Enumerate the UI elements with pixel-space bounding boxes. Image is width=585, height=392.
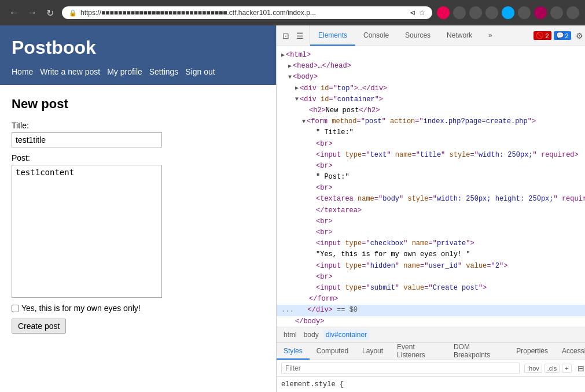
title-label: Title:: [12, 121, 264, 130]
html-line: </body>: [277, 316, 585, 327]
copy-styles-icon[interactable]: ⊟: [576, 363, 585, 374]
html-line: <input type="checkbox" name="private">: [277, 238, 585, 249]
html-line: <input type="text" name="title" style="w…: [277, 150, 585, 161]
html-line: ▶<html>: [277, 50, 585, 61]
tab-event-listeners[interactable]: Event Listeners: [390, 343, 447, 360]
html-line: <input type="hidden" name="user_id" valu…: [277, 261, 585, 272]
devtools-panel: ⊡ ☰ Elements Console Sources Network » 🚫…: [276, 25, 585, 392]
styles-panel: element.style {: [277, 377, 585, 392]
address-text: https://■■■■■■■■■■■■■■■■■■■■■■■■■■■■■■.c…: [80, 9, 406, 17]
html-line: ▶<div id="top">…</div>: [277, 83, 585, 94]
html-line: <textarea name="body" style="width: 250p…: [277, 194, 585, 205]
error-badge: 🚫 2: [534, 31, 551, 40]
page-content: New post Title: Post: test1content Yes, …: [0, 85, 276, 345]
tab-console[interactable]: Console: [355, 25, 397, 46]
avatar-7[interactable]: [534, 6, 547, 19]
tab-network[interactable]: Network: [439, 25, 480, 46]
main-area: Postbook Home Write a new post My profil…: [0, 25, 585, 392]
html-line: <br>: [277, 216, 585, 227]
html-line: <br>: [277, 272, 585, 283]
html-line: <br>: [277, 227, 585, 238]
bottom-tabs: Styles Computed Layout Event Listeners D…: [277, 343, 585, 360]
share-icon: ⊲: [410, 9, 415, 17]
tab-more[interactable]: »: [480, 25, 501, 46]
address-bar[interactable]: 🔒 https://■■■■■■■■■■■■■■■■■■■■■■■■■■■■■■…: [62, 6, 432, 19]
avatar-8[interactable]: [550, 6, 563, 19]
post-label: Post:: [12, 153, 264, 162]
page-header: Postbook: [0, 25, 276, 67]
breadcrumb-bar: html body div#container: [277, 327, 585, 343]
tab-computed[interactable]: Computed: [310, 343, 355, 360]
inspect-icon[interactable]: ⊡: [280, 30, 292, 42]
filter-plus[interactable]: +: [562, 364, 571, 373]
html-line: </textarea>: [277, 205, 585, 216]
nav-settings[interactable]: Settings: [149, 67, 179, 76]
page-nav: Home Write a new post My profile Setting…: [0, 67, 276, 85]
html-line: ▶<head>…</head>: [277, 61, 585, 72]
title-input[interactable]: [12, 132, 162, 147]
star-icon: ☆: [419, 9, 425, 17]
nav-buttons: ← → ↻: [6, 6, 57, 20]
devtools-right-icons: 🚫 2 💬 2 ⚙ ⋮: [530, 25, 585, 46]
reload-button[interactable]: ↻: [43, 6, 57, 20]
tab-dom-breakpoints[interactable]: DOM Breakpoints: [447, 343, 509, 360]
filter-input[interactable]: [281, 363, 520, 374]
breadcrumb-html[interactable]: html: [281, 330, 299, 340]
checkbox-label: Yes, this is for my own eyes only!: [21, 304, 141, 313]
html-line-selected[interactable]: ...</div> == $0: [277, 305, 585, 316]
page-title: Postbook: [12, 37, 264, 58]
device-icon[interactable]: ☰: [294, 30, 306, 42]
post-textarea[interactable]: test1content: [12, 165, 162, 298]
msg-badge: 💬 2: [554, 31, 571, 40]
html-line: <br>: [277, 161, 585, 172]
avatar-6[interactable]: [518, 6, 531, 19]
devtools-left-icons: ⊡ ☰: [277, 25, 310, 46]
html-line: ▼<div id="container">: [277, 94, 585, 105]
filter-badges: :hov .cls +: [524, 364, 572, 373]
browser-chrome: ← → ↻ 🔒 https://■■■■■■■■■■■■■■■■■■■■■■■■…: [0, 0, 585, 25]
forward-button[interactable]: →: [24, 6, 41, 20]
private-checkbox[interactable]: [12, 305, 19, 312]
avatar-5[interactable]: [502, 6, 514, 19]
html-line: ▼<body>: [277, 72, 585, 83]
html-line: <br>: [277, 183, 585, 194]
tab-sources[interactable]: Sources: [397, 25, 439, 46]
webpage-panel: Postbook Home Write a new post My profil…: [0, 25, 276, 392]
html-line: <h2>New post</h2>: [277, 105, 585, 116]
avatar-2[interactable]: [453, 6, 466, 19]
html-line: <input type="submit" value="Create post"…: [277, 283, 585, 294]
devtools-toolbar: ⊡ ☰ Elements Console Sources Network » 🚫…: [277, 25, 585, 46]
back-button[interactable]: ←: [6, 6, 22, 20]
tab-layout[interactable]: Layout: [355, 343, 390, 360]
html-line: </form>: [277, 294, 585, 305]
avatar-9[interactable]: [566, 6, 579, 19]
tab-accessibility[interactable]: Accessibi...: [555, 343, 585, 360]
tab-styles[interactable]: Styles: [277, 343, 310, 360]
avatar-3[interactable]: [469, 6, 482, 19]
element-style-line: element.style {: [281, 380, 344, 389]
html-panel: ▶<html> ▶<head>…</head> ▼<body> ▶<div id…: [277, 46, 585, 327]
tab-elements[interactable]: Elements: [310, 25, 355, 46]
html-line: ▼<form method="post" action="index.php?p…: [277, 116, 585, 127]
form-heading: New post: [12, 97, 264, 112]
devtools-tabs: Elements Console Sources Network »: [310, 25, 530, 46]
html-line: " Title:": [277, 127, 585, 138]
nav-signout[interactable]: Sign out: [185, 67, 215, 76]
breadcrumb-container[interactable]: div#container: [323, 330, 369, 340]
breadcrumb-body[interactable]: body: [301, 330, 321, 340]
avatar-4[interactable]: [485, 6, 498, 19]
filter-cls[interactable]: .cls: [544, 364, 560, 373]
html-line: <br>: [277, 139, 585, 150]
avatar-1[interactable]: [437, 6, 450, 19]
nav-profile[interactable]: My profile: [107, 67, 142, 76]
html-line: " Post:": [277, 172, 585, 183]
filter-hov[interactable]: :hov: [524, 364, 542, 373]
filter-bar: :hov .cls + ⊟ ⊠: [277, 360, 585, 377]
nav-write[interactable]: Write a new post: [40, 67, 100, 76]
browser-icons: [437, 6, 579, 19]
nav-home[interactable]: Home: [12, 67, 33, 76]
create-post-button[interactable]: Create post: [12, 319, 66, 334]
tab-properties[interactable]: Properties: [509, 343, 555, 360]
checkbox-row: Yes, this is for my own eyes only!: [12, 304, 264, 313]
gear-icon[interactable]: ⚙: [573, 30, 585, 42]
